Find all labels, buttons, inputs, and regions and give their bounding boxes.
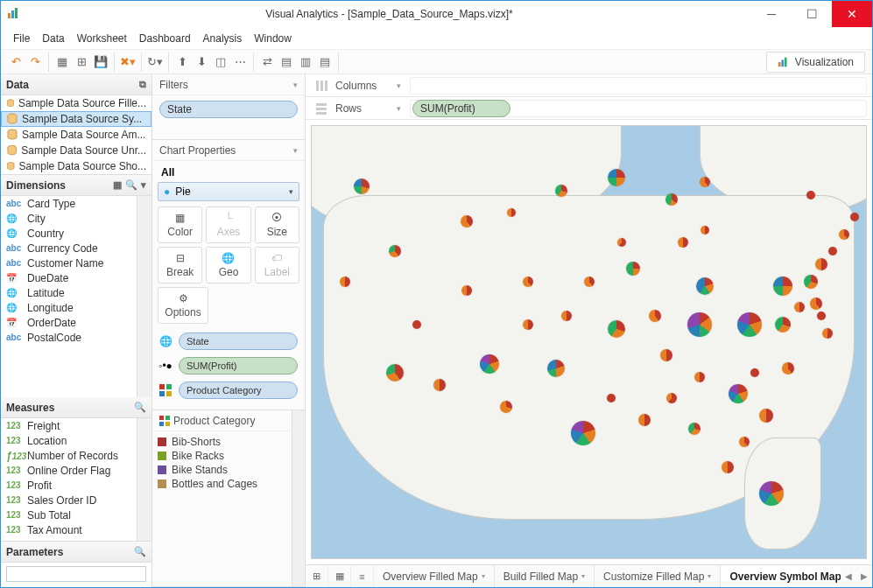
menu-worksheet[interactable]: Worksheet	[77, 32, 127, 45]
mark-type-select[interactable]: ● Pie ▾	[158, 182, 299, 201]
map-pie-symbol[interactable]	[822, 328, 833, 339]
options-button[interactable]: ⚙ Options	[158, 287, 208, 324]
swap-icon[interactable]: ⇄	[259, 54, 275, 70]
sheet-tab[interactable]: Overview Symbol Map▾	[721, 565, 841, 587]
dimension-field[interactable]: abcCard Type	[1, 196, 151, 211]
map-pie-symbol[interactable]	[810, 298, 822, 310]
menu-file[interactable]: File	[13, 32, 30, 45]
columns-shelf[interactable]: Columns ▾	[306, 74, 872, 97]
dimension-field[interactable]: 📅OrderDate	[1, 315, 151, 330]
map-pie-symbol[interactable]	[638, 414, 651, 426]
map-pie-symbol[interactable]	[694, 372, 705, 382]
filter-pill-state[interactable]: State	[159, 101, 298, 118]
dimension-field[interactable]: 📅DueDate	[1, 270, 151, 285]
new-dash-icon[interactable]: ⊞	[74, 54, 89, 70]
columns-drop-area[interactable]	[410, 77, 867, 94]
encoding-geo[interactable]: 🌐State	[158, 329, 299, 354]
visualization-button[interactable]: Visualization	[766, 52, 865, 73]
undo-icon[interactable]: ↶	[8, 54, 24, 70]
map-pie-symbol[interactable]	[354, 178, 370, 194]
map-pie-symbol[interactable]	[607, 394, 616, 402]
map-pie-symbol[interactable]	[500, 401, 512, 413]
measure-field[interactable]: 123Tax Amount	[1, 522, 151, 537]
map-pie-symbol[interactable]	[555, 185, 567, 197]
dimension-field[interactable]: abcCustomer Name	[1, 256, 151, 270]
map-pie-symbol[interactable]	[688, 423, 701, 435]
map-pie-symbol[interactable]	[626, 262, 640, 276]
map-pie-symbol[interactable]	[340, 276, 350, 287]
menu-data[interactable]: Data	[42, 32, 64, 45]
map-pie-symbol[interactable]	[759, 481, 784, 506]
map-pie-symbol[interactable]	[660, 349, 672, 361]
prop-color-button[interactable]: ▦Color	[158, 206, 202, 243]
tabs-next-icon[interactable]: ▶	[856, 565, 872, 587]
legend-header[interactable]: Product Category▾	[152, 410, 305, 431]
dimension-field[interactable]: abcPostalCode	[1, 330, 151, 345]
map-pie-symbol[interactable]	[773, 276, 792, 296]
datasource-item[interactable]: Sample Data Source Sho...	[1, 158, 151, 174]
prop-break-button[interactable]: ⊟Break	[158, 247, 202, 284]
map-pie-symbol[interactable]	[815, 258, 827, 270]
map-pie-symbol[interactable]	[729, 384, 748, 403]
rows-drop-area[interactable]: SUM(Profit)	[410, 100, 867, 117]
prop-axes-button[interactable]: └Axes	[206, 206, 250, 243]
map-pie-symbol[interactable]	[433, 379, 446, 391]
map-pie-symbol[interactable]	[775, 317, 791, 332]
align-right-icon[interactable]: ▤	[317, 54, 333, 70]
filters-header[interactable]: Filters▾	[152, 74, 305, 95]
minimize-button[interactable]: ─	[751, 1, 792, 27]
refresh-icon[interactable]: ↻▾	[147, 54, 163, 70]
table-view-icon[interactable]: ▦	[113, 179, 122, 191]
save-icon[interactable]: 💾	[93, 54, 109, 70]
chart2-icon[interactable]: ⋯	[232, 54, 248, 70]
map-pie-symbol[interactable]	[608, 169, 625, 186]
maximize-button[interactable]: ☐	[792, 1, 832, 27]
map-pie-symbol[interactable]	[386, 364, 404, 382]
map-pie-symbol[interactable]	[584, 276, 595, 287]
map-pie-symbol[interactable]	[782, 362, 794, 374]
sheet-tab[interactable]: Build Filled Map▾	[495, 565, 595, 587]
map-pie-symbol[interactable]	[687, 312, 712, 337]
map-pie-symbol[interactable]	[828, 247, 837, 256]
chevron-down-icon[interactable]: ▾	[141, 179, 146, 191]
map-pie-symbol[interactable]	[696, 277, 714, 295]
dimension-field[interactable]: 🌐Latitude	[1, 285, 151, 300]
map-pie-symbol[interactable]	[817, 312, 826, 320]
search-icon[interactable]: 🔍	[125, 179, 137, 191]
new-dashboard-icon[interactable]: ▦	[328, 565, 351, 587]
measure-field[interactable]: ƒ123Number of Records	[1, 448, 151, 463]
map-pie-symbol[interactable]	[794, 302, 805, 312]
sort-asc-icon[interactable]: ⬆	[174, 54, 190, 70]
search-icon[interactable]: 🔍	[134, 546, 146, 557]
columns-dropdown-icon[interactable]: ▾	[397, 81, 401, 90]
rows-pill-sumprofit[interactable]: SUM(Profit)	[412, 100, 510, 117]
measure-field[interactable]: 123Sales Order ID	[1, 493, 151, 508]
map-pie-symbol[interactable]	[571, 421, 595, 445]
map-pie-symbol[interactable]	[750, 368, 759, 377]
datasource-item[interactable]: Sample Data Source Unr...	[1, 143, 151, 158]
map-pie-symbol[interactable]	[804, 275, 818, 289]
new-sheet-icon[interactable]: ▦	[54, 54, 70, 70]
parameter-input[interactable]	[6, 566, 146, 582]
measure-field[interactable]: 123Profit	[1, 478, 151, 493]
map-pie-symbol[interactable]	[701, 226, 709, 234]
map-canvas[interactable]	[311, 125, 867, 559]
dimension-field[interactable]: 🌐Longitude	[1, 300, 151, 315]
legend-item[interactable]: Bike Racks	[158, 449, 299, 463]
prop-label-button[interactable]: 🏷Label	[255, 247, 299, 284]
measure-field[interactable]: 123Freight	[1, 418, 151, 433]
map-pie-symbol[interactable]	[561, 311, 572, 321]
map-pie-symbol[interactable]	[649, 310, 661, 322]
datasource-item[interactable]: Sample Data Source Am...	[1, 127, 151, 143]
close-button[interactable]: ✕	[832, 1, 872, 27]
map-pie-symbol[interactable]	[461, 285, 472, 296]
prop-size-button[interactable]: ⦿Size	[255, 206, 299, 243]
sort-desc-icon[interactable]: ⬇	[194, 54, 209, 70]
map-pie-symbol[interactable]	[608, 320, 625, 338]
dimension-field[interactable]: 🌐City	[1, 211, 151, 226]
map-pie-symbol[interactable]	[850, 213, 859, 221]
measure-field[interactable]: 123Sub Total	[1, 508, 151, 522]
tabs-prev-icon[interactable]: ◀	[841, 565, 856, 587]
chart-properties-header[interactable]: Chart Properties▾	[152, 140, 305, 161]
align-left-icon[interactable]: ▤	[278, 54, 294, 70]
